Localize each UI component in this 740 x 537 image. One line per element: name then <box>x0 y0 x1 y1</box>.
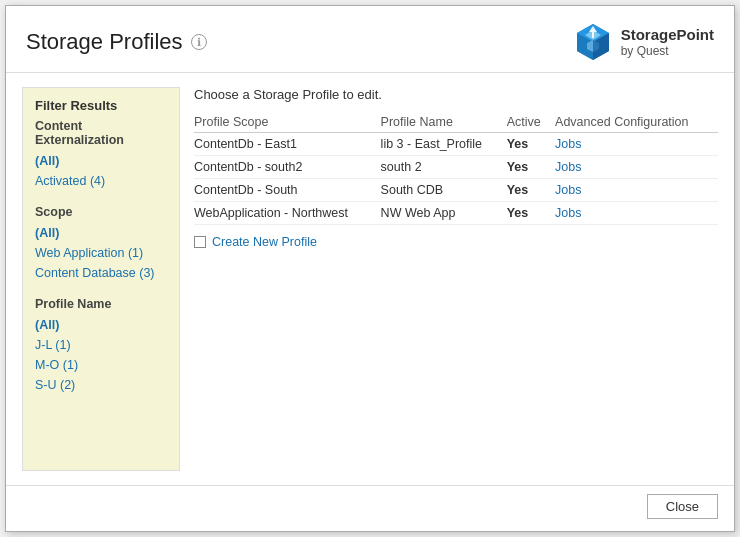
close-button[interactable]: Close <box>647 494 718 519</box>
dialog-content: Filter Results Content Externalization (… <box>6 73 734 485</box>
filter-all-scope[interactable]: (All) <box>35 223 167 243</box>
filter-profile-label: Profile Name <box>35 297 167 311</box>
cell-scope: ContentDb - South <box>194 179 381 202</box>
filter-panel: Filter Results Content Externalization (… <box>22 87 180 471</box>
filter-group-externalization: Content Externalization (All) Activated … <box>35 119 167 191</box>
create-new-row: Create New Profile <box>194 225 718 249</box>
storage-profiles-dialog: Storage Profiles ℹ StoragePoint by Quest <box>5 5 735 532</box>
col-config: Advanced Configuration <box>555 112 718 133</box>
choose-text: Choose a Storage Profile to edit. <box>194 87 718 102</box>
cell-active: Yes <box>507 133 555 156</box>
filter-su[interactable]: S-U (2) <box>35 375 167 395</box>
cell-config[interactable]: Jobs <box>555 133 718 156</box>
filter-all-profile[interactable]: (All) <box>35 315 167 335</box>
dialog-footer: Close <box>6 485 734 531</box>
filter-title: Filter Results <box>35 98 167 113</box>
col-scope: Profile Scope <box>194 112 381 133</box>
filter-mo[interactable]: M-O (1) <box>35 355 167 375</box>
cell-active: Yes <box>507 202 555 225</box>
col-name: Profile Name <box>381 112 507 133</box>
cell-name: lib 3 - East_Profile <box>381 133 507 156</box>
cell-active: Yes <box>507 179 555 202</box>
filter-jl[interactable]: J-L (1) <box>35 335 167 355</box>
table-row[interactable]: ContentDb - East1lib 3 - East_ProfileYes… <box>194 133 718 156</box>
cell-scope: WebApplication - Northwest <box>194 202 381 225</box>
cell-name: NW Web App <box>381 202 507 225</box>
filter-scope-label: Scope <box>35 205 167 219</box>
dialog-header: Storage Profiles ℹ StoragePoint by Quest <box>6 6 734 73</box>
logo-area: StoragePoint by Quest <box>573 22 714 62</box>
page-title: Storage Profiles <box>26 29 183 55</box>
cell-active: Yes <box>507 156 555 179</box>
filter-web-application[interactable]: Web Application (1) <box>35 243 167 263</box>
cell-name: South CDB <box>381 179 507 202</box>
main-area: Choose a Storage Profile to edit. Profil… <box>194 87 718 471</box>
logo-storagepoint: StoragePoint <box>621 26 714 44</box>
logo-quest: by Quest <box>621 44 714 58</box>
filter-externalization-label: Content Externalization <box>35 119 167 147</box>
info-icon[interactable]: ℹ <box>191 34 207 50</box>
col-active: Active <box>507 112 555 133</box>
cell-scope: ContentDb - East1 <box>194 133 381 156</box>
cell-config[interactable]: Jobs <box>555 156 718 179</box>
filter-activated[interactable]: Activated (4) <box>35 171 167 191</box>
create-new-profile-link[interactable]: Create New Profile <box>212 235 317 249</box>
cell-name: south 2 <box>381 156 507 179</box>
profiles-table: Profile Scope Profile Name Active Advanc… <box>194 112 718 225</box>
filter-group-scope: Scope (All) Web Application (1) Content … <box>35 205 167 283</box>
cell-config[interactable]: Jobs <box>555 179 718 202</box>
filter-group-profile: Profile Name (All) J-L (1) M-O (1) S-U (… <box>35 297 167 395</box>
new-profile-icon <box>194 236 206 248</box>
logo-text: StoragePoint by Quest <box>621 26 714 58</box>
logo-icon <box>573 22 613 62</box>
table-header-row: Profile Scope Profile Name Active Advanc… <box>194 112 718 133</box>
filter-content-database[interactable]: Content Database (3) <box>35 263 167 283</box>
filter-all-externalization[interactable]: (All) <box>35 151 167 171</box>
cell-config[interactable]: Jobs <box>555 202 718 225</box>
table-row[interactable]: WebApplication - NorthwestNW Web AppYesJ… <box>194 202 718 225</box>
table-row[interactable]: ContentDb - south2south 2YesJobs <box>194 156 718 179</box>
table-row[interactable]: ContentDb - SouthSouth CDBYesJobs <box>194 179 718 202</box>
cell-scope: ContentDb - south2 <box>194 156 381 179</box>
